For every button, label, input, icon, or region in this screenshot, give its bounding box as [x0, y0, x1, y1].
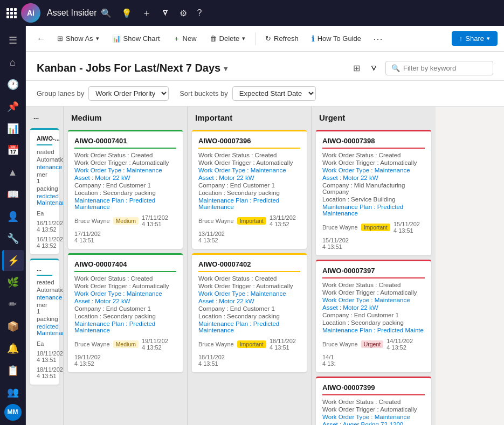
- sidebar-item-recent[interactable]: 🕐: [2, 74, 24, 95]
- kanban-settings-button[interactable]: ⊞: [350, 60, 363, 76]
- card-field[interactable]: Asset : Motor 22 kW: [74, 175, 176, 181]
- card-date2: 14/1 4 13:: [322, 354, 335, 367]
- app-logo: Ai: [21, 3, 40, 23]
- plus-icon[interactable]: ＋: [142, 6, 151, 19]
- refresh-button[interactable]: ↻ Refresh: [260, 32, 304, 45]
- kanban-card[interactable]: AIWO-00007402Work Order Status : Created…: [192, 253, 307, 372]
- card-date2: 18/11/202 4 13:51: [37, 366, 63, 379]
- card-field[interactable]: Maintenance Plan : Predicted Maintenance: [74, 197, 176, 210]
- card-field[interactable]: Work Order Type : Maintenance: [74, 167, 176, 173]
- filter-row: Group lanes by Work Order Priority Sort …: [26, 81, 504, 107]
- card-field[interactable]: Asset : Motor 22 kW: [74, 298, 176, 304]
- back-button[interactable]: ←: [32, 31, 50, 46]
- card-field[interactable]: Asset : Motor 22 kW: [322, 175, 425, 181]
- page-title[interactable]: Kanban - Jobs For Last/Next 7 Days ▾: [37, 62, 227, 74]
- search-input[interactable]: [403, 64, 487, 72]
- sidebar-item-home[interactable]: ⌂: [2, 52, 24, 73]
- delete-button[interactable]: 🗑 Delete ▾: [204, 32, 251, 45]
- card-field[interactable]: Maintenance Plan : Predicted Mainte: [322, 327, 425, 333]
- card-field[interactable]: Work Order Type : Maintenance: [322, 414, 425, 420]
- card-field[interactable]: ntenance: [37, 164, 52, 170]
- sidebar-avatar[interactable]: MM: [4, 404, 22, 421]
- sidebar-item-clipboard[interactable]: 📋: [2, 360, 24, 381]
- card-field: Automatically: [37, 156, 52, 163]
- group-lanes-select[interactable]: Work Order Priority: [88, 86, 169, 101]
- sort-buckets-select[interactable]: Expected Start Date: [232, 86, 316, 101]
- kanban-card[interactable]: AIWO-00007404Work Order Status : Created…: [68, 253, 183, 372]
- card-field[interactable]: Work Order Type : Maintenance: [322, 297, 425, 303]
- card-field[interactable]: Maintenance Plan : Predicted Maintenance: [322, 204, 425, 217]
- card-field[interactable]: Asset : Motor 22 kW: [198, 175, 300, 181]
- card-field[interactable]: Maintenance Plan : Predicted Maintenance: [198, 197, 300, 210]
- sidebar-item-alert[interactable]: ▲: [2, 162, 24, 183]
- card-field[interactable]: ntenance: [37, 294, 52, 301]
- card-field[interactable]: Asset : Motor 22 kW: [322, 304, 425, 311]
- kanban-card[interactable]: AIWO-00007398Work Order Status : Created…: [316, 130, 431, 255]
- settings-icon[interactable]: ⚙: [179, 8, 187, 18]
- card-field[interactable]: Maintenance Plan : Predicted Maintenance: [198, 321, 300, 333]
- card-field[interactable]: Work Order Type : Maintenance: [74, 290, 176, 297]
- card-field: Location : Service Building: [322, 196, 425, 203]
- card-priority-badge: Urgent: [361, 340, 384, 348]
- card-field: Work Order Trigger : Automatically: [198, 159, 300, 166]
- sidebar-item-pin[interactable]: 📌: [2, 96, 24, 117]
- sidebar-item-lightning[interactable]: ⚡: [2, 250, 24, 271]
- more-button[interactable]: ⋯: [369, 30, 387, 47]
- card-field[interactable]: Asset : Motor 22 kW: [198, 298, 300, 304]
- sidebar-item-chart[interactable]: 📊: [2, 118, 24, 139]
- card-footer: Bruce WayneImportant15/11/202 4 13:5115/…: [322, 221, 425, 250]
- card-field[interactable]: Asset : Auger Boring 72-1200: [322, 421, 425, 425]
- card-field[interactable]: redicted Maintenance: [37, 323, 52, 336]
- card-field[interactable]: Maintenance Plan : Predicted Maintenance: [74, 321, 176, 333]
- card-date2: 18/11/202 4 13:51: [198, 354, 225, 367]
- kanban-board: ...AIWO-...reatedAutomaticallyntenanceme…: [26, 107, 504, 425]
- card-field: Location : Secondary packing: [74, 190, 176, 196]
- show-chart-button[interactable]: 📊 Show Chart: [107, 32, 165, 45]
- new-button[interactable]: ＋ New: [168, 31, 202, 46]
- kanban-card[interactable]: AIWO-00007401Work Order Status : Created…: [68, 130, 183, 249]
- card-field[interactable]: Work Order Type : Maintenance: [198, 167, 300, 173]
- card-field[interactable]: Work Order Type : Maintenance: [322, 167, 425, 173]
- sidebar-item-box[interactable]: 📦: [2, 316, 24, 337]
- card-field: mer 1: [37, 302, 52, 315]
- sidebar-item-bell[interactable]: 🔔: [2, 338, 24, 359]
- card-footer: Ea16/11/202 4 13:5216/11/202 4 13:52: [37, 210, 52, 249]
- sidebar-item-menu[interactable]: ☰: [2, 30, 24, 51]
- sidebar-item-tools[interactable]: 🔧: [2, 228, 24, 249]
- card-id: AIWO-00007397: [322, 267, 425, 278]
- card-date2: 13/11/202 4 13:52: [198, 231, 225, 243]
- kanban-card[interactable]: AIWO-00007399Work Order Status : Created…: [316, 377, 431, 425]
- sidebar-item-group[interactable]: 👥: [2, 382, 24, 403]
- card-date1: 13/11/202 4 13:52: [270, 214, 296, 227]
- sidebar-item-calendar[interactable]: 📅: [2, 140, 24, 161]
- card-field: Location : Secondary packing: [198, 313, 300, 319]
- kanban-card[interactable]: AIWO-00007396Work Order Status : Created…: [192, 130, 307, 249]
- show-as-button[interactable]: ⊞ Show As ▾: [52, 32, 105, 45]
- kanban-card[interactable]: AIWO-00007397Work Order Status : Created…: [316, 260, 431, 372]
- how-to-guide-button[interactable]: ℹ How To Guide: [306, 31, 367, 46]
- bulb-icon[interactable]: 💡: [121, 8, 132, 18]
- grid-menu-icon[interactable]: [6, 8, 17, 18]
- card-assignee: Ea: [37, 210, 44, 217]
- card-field[interactable]: redicted Maintenance: [37, 193, 52, 206]
- card-field[interactable]: Work Order Type : Maintenance: [198, 290, 300, 297]
- sidebar-item-edit[interactable]: ✏: [2, 294, 24, 315]
- card-footer: Bruce WayneMedium17/11/202 4 13:5117/11/…: [74, 214, 176, 243]
- kanban-card[interactable]: AIWO-...reatedAutomaticallyntenancemer 1…: [30, 128, 59, 254]
- card-assignee: Ea: [37, 340, 44, 347]
- search-icon[interactable]: 🔍: [101, 8, 112, 18]
- filter-icon[interactable]: ⛛: [161, 8, 170, 18]
- refresh-icon: ↻: [265, 34, 271, 43]
- sidebar-item-leaf[interactable]: 🌿: [2, 272, 24, 293]
- filter-button[interactable]: ⛛: [367, 61, 381, 76]
- sidebar-item-book[interactable]: 📖: [2, 184, 24, 205]
- plus-icon: ＋: [173, 34, 180, 44]
- card-assignee: Bruce Wayne: [74, 218, 110, 224]
- card-field: Company : End Customer 1: [74, 182, 176, 189]
- kanban-card[interactable]: ...reatedAutomaticallyntenancemer 1packi…: [30, 259, 59, 385]
- sidebar-item-user[interactable]: 👤: [2, 206, 24, 227]
- help-icon[interactable]: ?: [197, 8, 202, 18]
- share-button[interactable]: ↑ Share ▾: [452, 31, 498, 46]
- card-assignee: Bruce Wayne: [198, 218, 234, 224]
- card-field: reated: [37, 149, 52, 155]
